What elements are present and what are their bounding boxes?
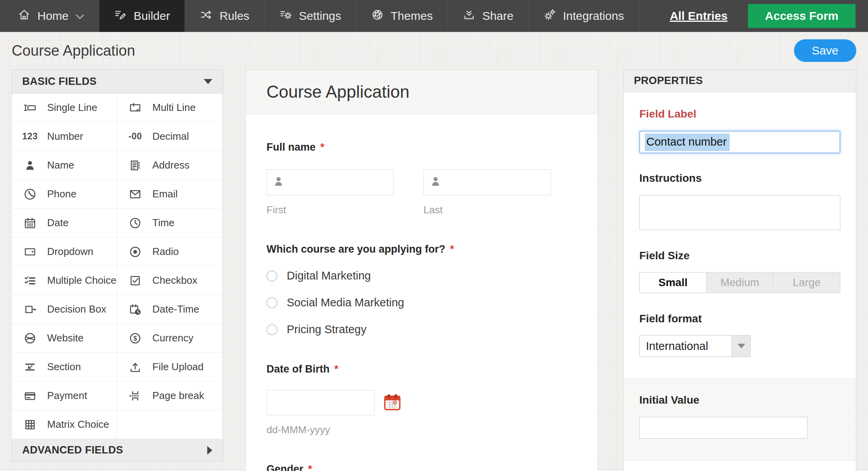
form-title-bar[interactable]: Course Application: [246, 70, 598, 114]
course-option-social-media-marketing[interactable]: Social Media Marketing: [266, 296, 577, 309]
triangle-down-icon: [737, 344, 745, 348]
field-page-break[interactable]: Page break: [117, 381, 222, 410]
last-name-input[interactable]: [423, 169, 551, 195]
initial-value-input[interactable]: [639, 417, 808, 439]
nav-item-rules[interactable]: Rules: [185, 0, 265, 32]
radio-icon[interactable]: [266, 271, 277, 281]
required-asterisk: *: [308, 463, 312, 471]
dob-input[interactable]: [266, 390, 375, 415]
radio-icon[interactable]: [266, 324, 277, 335]
first-name-col: First: [266, 169, 394, 216]
field-size-medium[interactable]: Medium: [707, 272, 774, 293]
basic-fields-label: BASIC FIELDS: [22, 76, 97, 88]
integrations-icon: [543, 9, 556, 24]
all-entries-link[interactable]: All Entries: [670, 9, 727, 23]
rules-icon: [200, 9, 212, 24]
page-break-icon: [127, 390, 143, 402]
advanced-fields-header[interactable]: ADVANCED FIELDS: [12, 439, 223, 462]
decision-box-icon: [22, 303, 38, 316]
number-icon: 123: [22, 131, 38, 142]
select-arrow-button[interactable]: [732, 335, 751, 357]
field-label: Address: [152, 159, 189, 171]
course-option-pricing-strategy[interactable]: Pricing Strategy: [266, 323, 577, 336]
field-multi-line[interactable]: Multi Line: [117, 93, 222, 122]
save-button[interactable]: Save: [794, 39, 856, 62]
field-label: Section: [47, 361, 81, 373]
field-time[interactable]: Time: [117, 209, 222, 237]
field-phone[interactable]: Phone: [12, 180, 117, 209]
person-icon: [430, 176, 441, 190]
field-name[interactable]: Name: [12, 151, 117, 180]
person-icon: [273, 176, 284, 190]
nav-item-label: Themes: [391, 9, 433, 23]
first-name-input[interactable]: [266, 169, 394, 195]
nav-item-home[interactable]: Home: [0, 0, 99, 32]
full-name-field[interactable]: Full name* First Last: [266, 141, 577, 216]
field-date-time[interactable]: Date-Time: [117, 295, 222, 324]
field-format-value: International: [639, 335, 732, 357]
field-label: Date: [47, 217, 69, 229]
field-checkbox[interactable]: Checkbox: [117, 266, 222, 295]
field-currency[interactable]: $Currency: [117, 324, 222, 353]
instructions-textarea[interactable]: [639, 195, 840, 230]
field-format-select[interactable]: International: [639, 335, 840, 357]
field-email[interactable]: Email: [117, 180, 222, 209]
radio-icon[interactable]: [266, 297, 277, 308]
nav-item-share[interactable]: Share: [448, 0, 529, 32]
gender-field[interactable]: Gender* Male Female: [266, 463, 577, 471]
field-label: Radio: [152, 246, 179, 258]
field-label-input[interactable]: Contact number: [639, 131, 840, 153]
field-label: Date-Time: [152, 303, 199, 315]
initial-value-label: Initial Value: [639, 394, 840, 406]
field-multiple-choice[interactable]: Multiple Choice: [12, 266, 117, 295]
course-option-digital-marketing[interactable]: Digital Marketing: [266, 269, 577, 282]
field-file-upload[interactable]: File Upload: [117, 353, 222, 381]
field-date[interactable]: Date: [12, 209, 117, 237]
access-form-button[interactable]: Access Form: [748, 4, 856, 28]
nav-item-builder[interactable]: Builder: [99, 0, 185, 32]
field-single-line[interactable]: Single Line: [12, 93, 117, 122]
field-label: Dropdown: [47, 246, 94, 258]
nav-spacer: [639, 0, 670, 32]
required-asterisk: *: [334, 363, 339, 375]
calendar-icon[interactable]: [383, 393, 401, 413]
field-size-small[interactable]: Small: [639, 272, 707, 293]
field-decimal[interactable]: -00Decimal: [117, 122, 222, 151]
field-address[interactable]: Address: [117, 151, 222, 180]
properties-panel: PROPERTIES Field Label Contact number In…: [623, 69, 856, 471]
field-number[interactable]: 123Number: [12, 122, 117, 151]
field-matrix-choice[interactable]: Matrix Choice: [12, 410, 117, 439]
field-label-value: Contact number: [645, 134, 730, 151]
nav-item-settings[interactable]: Settings: [265, 0, 356, 32]
settings-icon: [279, 9, 292, 24]
field-dropdown[interactable]: Dropdown: [12, 237, 117, 266]
first-sublabel: First: [266, 204, 394, 216]
field-decision-box[interactable]: Decision Box: [12, 295, 117, 324]
dob-field[interactable]: Date of Birth* dd-MMM-yyyy: [266, 363, 577, 436]
field-size-label: Field Size: [639, 250, 840, 262]
field-label: Payment: [47, 390, 87, 402]
field-section[interactable]: Section: [12, 353, 117, 381]
name-icon: [22, 160, 38, 171]
field-label: Phone: [47, 188, 76, 200]
nav-item-label: Share: [482, 9, 513, 23]
field-label: Matrix Choice: [47, 418, 109, 431]
full-name-label: Full name: [266, 141, 316, 153]
basic-fields-header[interactable]: BASIC FIELDS: [12, 69, 223, 93]
field-size-control: Small Medium Large: [639, 272, 840, 293]
nav-item-themes[interactable]: Themes: [356, 0, 448, 32]
currency-icon: $: [127, 332, 143, 344]
address-icon: [127, 160, 143, 171]
course-field[interactable]: Which course are you applying for?* Digi…: [266, 243, 577, 336]
field-website[interactable]: Website: [12, 324, 117, 353]
option-label: Digital Marketing: [287, 269, 371, 282]
multi-line-icon: [127, 102, 143, 114]
gender-label: Gender: [266, 463, 303, 471]
field-format-label: Field format: [639, 313, 840, 325]
field-radio[interactable]: Radio: [117, 237, 222, 266]
nav-item-integrations[interactable]: Integrations: [529, 0, 639, 32]
phone-icon: [22, 188, 38, 200]
chevron-down-icon: [76, 9, 84, 23]
field-size-large[interactable]: Large: [773, 272, 840, 293]
field-payment[interactable]: Payment: [12, 381, 117, 410]
